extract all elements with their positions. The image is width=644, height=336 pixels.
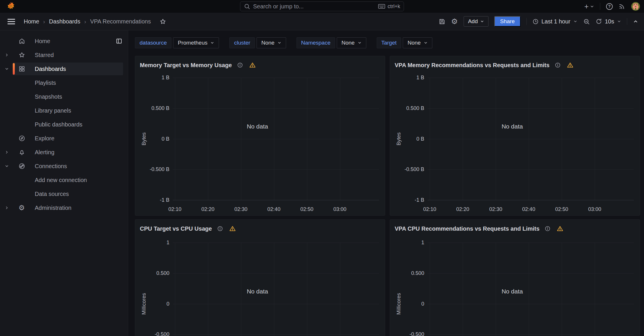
chevron-down-icon [480,19,484,23]
chevron-down-icon[interactable] [5,164,9,168]
namespace-select[interactable]: None [337,37,366,48]
breadcrumb-home[interactable]: Home [24,18,39,25]
sidebar-item-snapshots[interactable]: Snapshots [0,90,128,104]
favorite-star-icon[interactable] [160,18,166,25]
gridline-horizontal [428,139,634,139]
dock-menu-icon[interactable] [116,38,122,44]
gridline-horizontal [173,273,379,273]
sidebar-item-library-panels[interactable]: Library panels [0,104,128,117]
sidebar-item-label: Data sources [35,191,69,197]
y-tick-label: 0.500 B [151,105,169,111]
chevron-right-icon[interactable] [5,150,9,155]
chevron-right-icon[interactable] [5,206,9,210]
dashboard-toolbar: Home › Dashboards › VPA Recommendations … [0,13,644,30]
x-tick-label: 03:00 [588,206,601,212]
y-tick-label: 0 [167,301,169,307]
sidebar-item-add-new-connection[interactable]: Add new connection [0,173,128,187]
info-icon[interactable] [555,62,561,68]
chevron-up-icon[interactable] [633,19,638,24]
filter-cluster: cluster None [229,37,286,48]
home-icon [19,38,25,45]
breadcrumb: Home › Dashboards › VPA Recommendations [24,18,166,25]
gridline-vertical [430,78,430,200]
warning-icon[interactable] [557,225,563,232]
sidebar-item-explore[interactable]: Explore [0,131,128,145]
gridline-horizontal [428,243,634,243]
x-axis-labels: 02:1002:2002:3002:4002:5003:00 [428,203,634,212]
x-tick-label: 02:10 [169,206,182,212]
compass-icon [19,135,25,142]
warning-icon[interactable] [249,62,256,68]
avatar[interactable] [631,2,640,11]
cluster-select[interactable]: None [257,37,286,48]
chart-area: Bytes1 B0.500 B0 B-0.500 B-1 BNo data02:… [390,70,640,215]
y-tick-label: -0.500 [155,331,169,336]
sidebar-item-playlists[interactable]: Playlists [0,76,128,90]
panel-title[interactable]: CPU Target vs CPU Usage [140,225,212,232]
sidebar-item-alerting[interactable]: Alerting [0,145,128,159]
save-icon[interactable] [439,18,445,25]
sidebar-item-home[interactable]: Home [0,34,128,48]
menu-icon[interactable] [8,19,15,24]
sidebar-item-public-dashboards[interactable]: Public dashboards [0,117,128,131]
new-dropdown[interactable]: + [584,3,594,10]
chevron-down-icon [424,41,428,45]
warning-icon[interactable] [567,62,573,68]
x-axis-labels: 02:1002:2002:3002:4002:5003:00 [173,203,379,212]
panel-title[interactable]: Memory Target vs Memory Usage [140,62,232,69]
x-tick-label: 02:30 [234,206,247,212]
sidebar-item-data-sources[interactable]: Data sources [0,187,128,201]
sidebar-item-label: Administration [35,205,72,211]
search-input[interactable]: Search or jump to... ctrl+k [240,1,404,11]
y-tick-label: 1 B [416,75,424,81]
panel-grid: Memory Target vs Memory Usage Bytes1 B0.… [135,56,644,336]
y-tick-label: 1 B [162,75,169,81]
gridline-vertical [307,78,307,200]
y-axis-labels: 10.5000-0.500-1 [390,243,424,336]
info-icon[interactable] [237,62,243,68]
x-tick-label: 02:20 [202,206,215,212]
gridline-vertical [274,78,274,200]
chevron-down-icon[interactable] [5,67,9,71]
filter-label: Namespace [297,37,335,48]
sidebar-item-label: Playlists [35,80,56,86]
no-data-message: No data [247,288,268,295]
gear-icon[interactable]: ⚙ [451,18,458,25]
apps-icon [19,66,25,72]
chevron-down-icon [358,41,362,45]
target-select[interactable]: None [403,37,432,48]
y-tick-label: 0 B [416,136,424,142]
gridline-vertical [562,243,562,336]
sidebar-item-starred[interactable]: Starred [0,48,128,62]
info-icon[interactable] [217,226,223,232]
add-button[interactable]: Add [464,16,489,27]
refresh-interval-label: 10s [605,18,614,25]
chevron-right-icon[interactable] [5,53,9,57]
plot-area: No data [173,78,379,200]
share-button[interactable]: Share [494,16,521,27]
sidebar-item-dashboards[interactable]: Dashboards [0,62,128,76]
panel-title[interactable]: VPA Memory Recommendations vs Requests a… [395,62,550,69]
sidebar-item-administration[interactable]: ⚙Administration [0,201,128,215]
news-icon[interactable] [619,3,625,10]
active-indicator [13,63,15,75]
help-icon[interactable]: ? [606,3,613,10]
panel-title[interactable]: VPA CPU Recommendations vs Requests and … [395,225,539,232]
panel-vpa-cpu-recommendations-vs-requests-and-limits: VPA CPU Recommendations vs Requests and … [390,219,640,336]
chevron-right-icon: › [43,19,45,25]
sidebar-item-connections[interactable]: Connections [0,159,128,173]
plot-area: No data [173,243,379,336]
gridline-vertical [208,243,208,336]
gridline-horizontal [428,273,634,273]
variable-filters: datasource Prometheus cluster None Names… [135,37,644,48]
zoom-out-icon[interactable] [583,18,590,25]
time-range-picker[interactable]: Last 1 hour [533,18,577,25]
plus-icon: + [584,3,589,10]
gridline-vertical [241,243,241,336]
refresh-picker[interactable]: 10s [596,18,621,25]
grafana-logo[interactable] [6,1,16,11]
warning-icon[interactable] [229,225,236,232]
breadcrumb-dashboards[interactable]: Dashboards [49,18,80,25]
info-icon[interactable] [545,226,550,232]
datasource-select[interactable]: Prometheus [173,37,219,48]
